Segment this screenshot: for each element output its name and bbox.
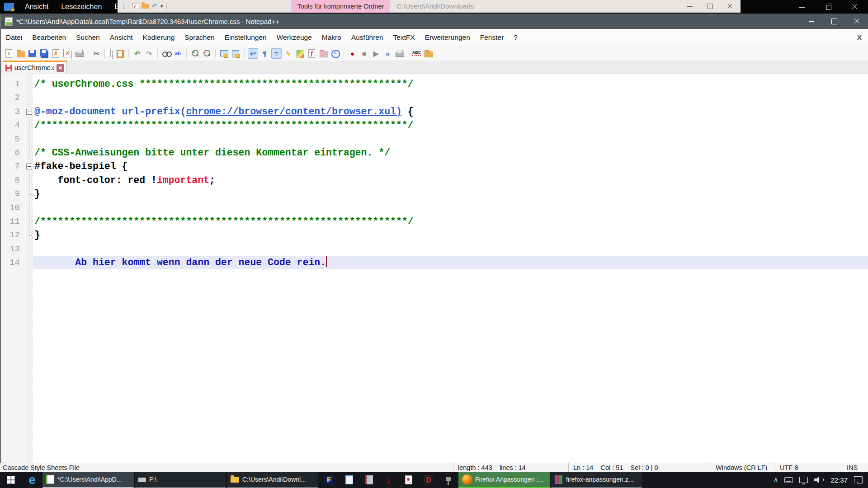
spell-check-button[interactable]: ABC <box>411 48 422 59</box>
menu-item-fenster[interactable]: Fenster <box>475 33 509 42</box>
editor-line[interactable]: 2 <box>1 91 868 104</box>
pinned-firefox-f[interactable]: F <box>319 472 339 488</box>
replace-button[interactable]: ab <box>173 48 183 59</box>
editor[interactable]: 1/* userChrome.css *********************… <box>1 74 868 463</box>
start-button[interactable] <box>0 472 22 488</box>
document-monitor-button[interactable] <box>330 48 340 59</box>
checkbox-icon[interactable]: ✓ <box>132 3 138 9</box>
pinned-document[interactable] <box>399 472 419 488</box>
code-text[interactable]: /***************************************… <box>33 215 868 228</box>
save-all-button[interactable] <box>39 48 49 59</box>
fold-marker-line[interactable] <box>26 215 33 228</box>
menu-item-sprachen[interactable]: Sprachen <box>179 33 219 42</box>
menu-item-erweiterungen[interactable]: Erweiterungen <box>420 33 475 42</box>
display-icon[interactable] <box>799 477 808 483</box>
editor-line[interactable]: 3@-moz-document url-prefix(chrome://brow… <box>1 105 868 118</box>
code-text[interactable]: @-moz-document url-prefix(chrome://brows… <box>33 105 868 118</box>
menu-item-datei[interactable]: Datei <box>1 33 27 42</box>
copy-button[interactable] <box>103 48 113 59</box>
new-file-button[interactable]: + <box>4 48 14 59</box>
minimize-button[interactable] <box>680 0 700 12</box>
paste-button[interactable] <box>115 48 125 59</box>
fold-marker-end[interactable] <box>26 228 33 242</box>
menu-item-werkzeuge[interactable]: Werkzeuge <box>272 33 317 42</box>
maximize-button[interactable] <box>823 14 845 29</box>
action-center-icon[interactable] <box>854 476 863 483</box>
editor-line-current[interactable]: 14 Ab hier kommt wenn dann der neue Code… <box>1 256 868 269</box>
pinned-book[interactable] <box>359 472 379 488</box>
editor-line[interactable]: 5 <box>1 132 868 146</box>
menu-item-kodierung[interactable]: Kodierung <box>138 33 180 42</box>
editor-line[interactable]: 8 font-color: red !important; <box>1 174 868 187</box>
pinned-downloader[interactable]: ↓ <box>379 472 399 488</box>
tray-overflow-chevron-icon[interactable]: ∧ <box>773 476 778 484</box>
status-encoding[interactable]: UTF-8 <box>775 463 842 472</box>
restore-button[interactable] <box>816 0 842 14</box>
folder-as-workspace-button[interactable] <box>318 48 329 59</box>
status-eol-format[interactable]: Windows (CR LF) <box>711 463 775 472</box>
maximize-button[interactable] <box>700 0 720 12</box>
editor-line[interactable]: 12} <box>1 228 868 242</box>
fold-marker-box[interactable] <box>26 160 33 173</box>
snippets-button[interactable] <box>423 48 434 59</box>
close-button[interactable] <box>845 14 868 29</box>
minimize-button[interactable] <box>800 14 823 29</box>
fold-marker-line[interactable] <box>26 132 33 146</box>
task-notepadpp[interactable]: *C:\Users\Andi\AppD... <box>42 472 134 488</box>
code-text[interactable]: #fake-beispiel { <box>33 160 868 173</box>
code-text[interactable] <box>33 242 868 256</box>
tab-close-icon[interactable] <box>57 64 64 72</box>
fold-marker-line[interactable] <box>26 174 33 187</box>
code-text[interactable]: /***************************************… <box>33 118 868 132</box>
zoom-out-button[interactable]: − <box>202 48 212 59</box>
menu-item-ausfhren[interactable]: Ausführen <box>346 33 388 42</box>
close-button[interactable] <box>842 0 868 14</box>
editor-line[interactable]: 6/* CSS-Anweisungen bitte unter diesen K… <box>1 146 868 160</box>
print-button[interactable] <box>74 48 85 59</box>
code-text[interactable]: font-color: red !important; <box>33 174 868 187</box>
speaker-icon[interactable] <box>814 476 824 483</box>
find-button[interactable] <box>161 48 171 59</box>
close-all-button[interactable]: ✗ <box>62 48 73 59</box>
close-file-button[interactable]: ✗ <box>51 48 61 59</box>
menu-item-ansicht[interactable]: Ansicht <box>19 3 55 10</box>
fold-marker-box[interactable] <box>26 105 33 118</box>
menu-item-lesezeichen[interactable]: Lesezeichen <box>55 3 108 10</box>
code-text[interactable]: } <box>33 187 868 201</box>
sync-scroll-v-button[interactable] <box>219 48 229 59</box>
task-winrar-archive[interactable]: firefox-anpassungen.z... <box>551 472 642 488</box>
menu-item-suchen[interactable]: Suchen <box>71 33 105 42</box>
task-downloads-folder[interactable]: C:\Users\Andi\Downl... <box>227 472 318 488</box>
task-drive-f[interactable]: F:\ <box>135 472 226 488</box>
ribbon-tab-compressed-tools[interactable]: Tools für komprimierte Ordner <box>291 0 391 13</box>
status-insert-mode[interactable]: INS <box>842 463 868 472</box>
code-text[interactable]: /* CSS-Anweisungen bitte unter diesen Ko… <box>33 146 868 160</box>
undo-button[interactable]: ↶ <box>132 48 142 59</box>
user-defined-language-button[interactable]: ϟ <box>283 48 293 59</box>
tab-userchrome-css[interactable]: userChrome.css <box>3 61 67 74</box>
word-wrap-button[interactable]: ↩ <box>248 48 258 59</box>
code-text[interactable]: /* userChrome.css **********************… <box>33 77 868 91</box>
caret-down-icon[interactable]: ▾ <box>160 3 163 9</box>
editor-line[interactable]: 11/*************************************… <box>1 215 868 228</box>
indent-guide-button[interactable]: ≡ <box>271 48 282 59</box>
function-list-button[interactable]: ƒ <box>307 48 317 59</box>
fold-marker-line[interactable] <box>26 118 33 132</box>
editor-line[interactable]: 13 <box>1 242 868 256</box>
task-firefox-anpassungen[interactable]: Firefox Anpassungen :... <box>458 472 550 488</box>
menu-item-makro[interactable]: Makro <box>317 33 346 42</box>
macro-run-multiple-button[interactable]: » <box>382 48 393 59</box>
code-text[interactable]: Ab hier kommt wenn dann der neue Code re… <box>33 256 868 269</box>
open-file-button[interactable] <box>15 48 26 59</box>
fold-marker-line[interactable] <box>26 201 33 215</box>
sync-scroll-h-button[interactable] <box>231 48 241 59</box>
menu-item-einstellungen[interactable]: Einstellungen <box>220 33 272 42</box>
editor-line[interactable]: 4/**************************************… <box>1 118 868 132</box>
pinned-dvbviewer[interactable]: D <box>419 472 439 488</box>
download-arrow-icon[interactable]: ↓ <box>122 2 126 10</box>
show-all-characters-button[interactable]: ¶ <box>259 48 270 59</box>
macro-save-button[interactable] <box>394 48 405 59</box>
menu-item-ansicht[interactable]: Ansicht <box>105 33 138 42</box>
code-text[interactable]: } <box>33 228 868 242</box>
edge-taskbar-icon[interactable]: e <box>22 472 42 488</box>
